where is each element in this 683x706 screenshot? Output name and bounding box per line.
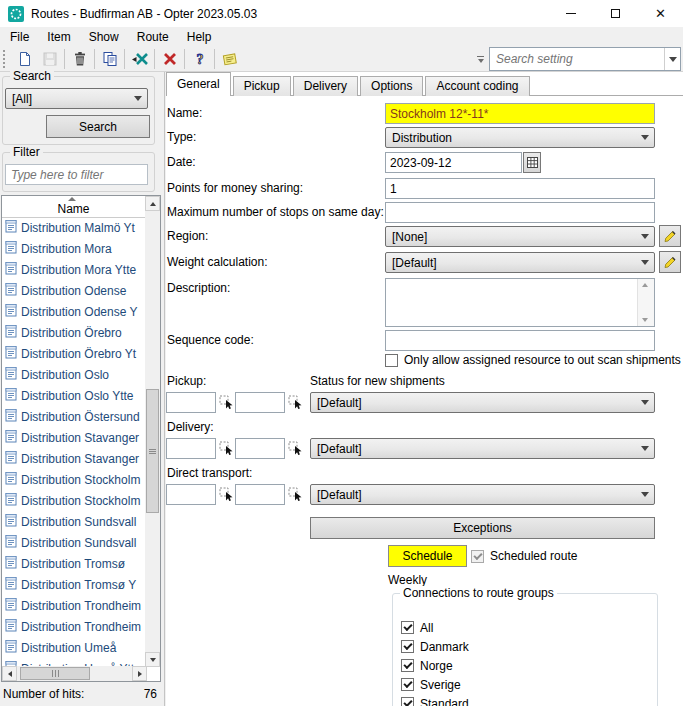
points-input[interactable]	[385, 178, 655, 199]
menu-item-item[interactable]: Item	[38, 28, 79, 46]
scroll-right-button[interactable]	[132, 666, 147, 681]
list-item[interactable]: Distribution Trondheim	[2, 595, 145, 616]
vertical-scrollbar[interactable]	[145, 196, 160, 667]
list-item[interactable]: Distribution Odense Y	[2, 301, 145, 322]
route-group-label: All	[420, 621, 433, 635]
list-item[interactable]: Distribution Odense	[2, 280, 145, 301]
delivery-time-to-input[interactable]	[235, 438, 285, 459]
direct-time-from-input[interactable]	[166, 484, 216, 505]
date-input[interactable]	[385, 152, 522, 173]
tab-options[interactable]: Options	[360, 76, 423, 96]
tab-account-coding[interactable]: Account coding	[425, 76, 529, 96]
list-item[interactable]: Distribution Oslo	[2, 364, 145, 385]
menu-item-show[interactable]: Show	[80, 28, 128, 46]
route-group-checkbox-standard[interactable]	[401, 697, 414, 706]
horizontal-scrollbar[interactable]	[2, 666, 147, 681]
direct-to-picker-icon[interactable]	[288, 487, 303, 502]
route-group-checkbox-danmark[interactable]	[401, 640, 414, 653]
description-textarea[interactable]	[385, 278, 655, 327]
list-item[interactable]: Distribution Stavanger	[2, 427, 145, 448]
outscan-checkbox[interactable]	[385, 354, 398, 367]
weight-calculation-edit-button[interactable]	[659, 251, 681, 273]
pickup-status-combobox[interactable]: [Default]	[310, 392, 655, 413]
search-splitter-handle[interactable]	[476, 53, 485, 66]
list-item[interactable]: Distribution Malmö Yt	[2, 217, 145, 238]
delivery-status-combobox[interactable]: [Default]	[310, 438, 655, 459]
tab-pickup[interactable]: Pickup	[233, 76, 291, 96]
pickup-time-to-input[interactable]	[235, 392, 285, 413]
menu-item-help[interactable]: Help	[178, 28, 221, 46]
search-setting-combobox[interactable]	[489, 47, 681, 71]
list-item[interactable]: Distribution Mora	[2, 238, 145, 259]
exceptions-button[interactable]: Exceptions	[310, 517, 655, 539]
horizontal-scroll-thumb[interactable]	[20, 667, 90, 680]
region-edit-button[interactable]	[659, 225, 681, 247]
name-input[interactable]	[385, 103, 655, 124]
maximize-button[interactable]	[593, 0, 638, 27]
list-item[interactable]: Distribution Örebro	[2, 322, 145, 343]
weight-calculation-combobox[interactable]: [Default]	[385, 252, 655, 273]
route-group-checkbox-sverige[interactable]	[401, 678, 414, 691]
delivery-time-from-input[interactable]	[166, 438, 216, 459]
direct-time-to-input[interactable]	[235, 484, 285, 505]
calendar-button[interactable]	[523, 152, 541, 173]
route-group-checkbox-norge[interactable]	[401, 659, 414, 672]
export-excel-icon[interactable]	[127, 48, 152, 70]
type-combobox[interactable]: Distribution	[385, 127, 655, 148]
pickup-to-picker-icon[interactable]	[288, 395, 303, 410]
delete-trash-icon[interactable]	[67, 48, 92, 70]
pickup-from-picker-icon[interactable]	[219, 395, 234, 410]
menu-item-route[interactable]: Route	[128, 28, 178, 46]
description-scrollbar[interactable]	[637, 279, 654, 326]
max-stops-input[interactable]	[385, 202, 655, 223]
scroll-up-button[interactable]	[145, 196, 160, 211]
pickup-time-from-input[interactable]	[166, 392, 216, 413]
close-button[interactable]: ✕	[638, 0, 683, 27]
list-item[interactable]: Distribution Oslo Ytte	[2, 385, 145, 406]
list-item[interactable]: Distribution Stockholm	[2, 490, 145, 511]
route-document-icon	[5, 408, 21, 425]
toolbar-grip[interactable]	[3, 50, 8, 68]
sidebar-splitter[interactable]	[164, 72, 165, 706]
list-item[interactable]: Distribution Östersund	[2, 406, 145, 427]
direct-status-combobox[interactable]: [Default]	[310, 484, 655, 505]
search-setting-input[interactable]	[490, 48, 664, 70]
delivery-to-picker-icon[interactable]	[288, 441, 303, 456]
search-setting-dropdown-arrow-icon[interactable]	[664, 48, 680, 70]
scroll-down-button[interactable]	[145, 652, 160, 667]
sequence-code-input[interactable]	[385, 330, 655, 351]
save-icon[interactable]	[37, 48, 62, 70]
search-button[interactable]: Search	[46, 115, 150, 138]
help-icon[interactable]: ?	[187, 48, 212, 70]
minimize-button[interactable]	[548, 0, 593, 27]
list-item[interactable]: Distribution Stockholm	[2, 469, 145, 490]
delivery-status-value: [Default]	[317, 442, 362, 456]
list-item[interactable]: Distribution Umeå	[2, 637, 145, 658]
list-item[interactable]: Distribution Sundsvall	[2, 511, 145, 532]
list-item[interactable]: Distribution Örebro Yt	[2, 343, 145, 364]
remove-icon[interactable]	[157, 48, 182, 70]
list-item[interactable]: Distribution Stavanger	[2, 448, 145, 469]
list-item[interactable]: Distribution Mora Ytte	[2, 259, 145, 280]
region-combobox[interactable]: [None]	[385, 226, 655, 247]
schedule-button[interactable]: Schedule	[388, 545, 467, 567]
vertical-scroll-thumb[interactable]	[146, 389, 159, 513]
notes-icon[interactable]	[217, 48, 242, 70]
list-item[interactable]: Distribution Trondheim	[2, 616, 145, 637]
list-item[interactable]: Distribution Tromsø Y	[2, 574, 145, 595]
list-item[interactable]: Distribution Sundsvall	[2, 532, 145, 553]
list-item[interactable]: Distribution Tromsø	[2, 553, 145, 574]
tab-delivery[interactable]: Delivery	[293, 76, 358, 96]
route-group-checkbox-all[interactable]	[401, 621, 414, 634]
list-column-header[interactable]: Name	[2, 196, 146, 218]
tab-general[interactable]: General	[166, 72, 231, 96]
scroll-left-button[interactable]	[2, 666, 17, 681]
delivery-from-picker-icon[interactable]	[219, 441, 234, 456]
scheduled-route-checkbox[interactable]	[471, 550, 484, 563]
new-document-icon[interactable]	[12, 48, 37, 70]
filter-input[interactable]	[5, 164, 148, 185]
search-scope-combobox[interactable]: [All]	[5, 88, 148, 109]
menu-item-file[interactable]: File	[1, 28, 38, 46]
direct-from-picker-icon[interactable]	[219, 487, 234, 502]
copy-icon[interactable]	[97, 48, 122, 70]
